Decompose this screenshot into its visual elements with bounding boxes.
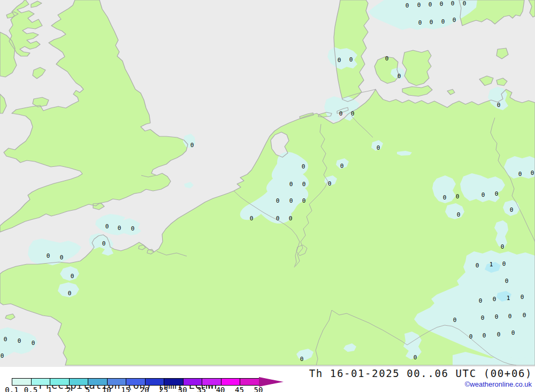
precip-value-label: 0 xyxy=(521,294,524,301)
precip-value-label: 0 xyxy=(302,163,305,170)
precip-value-label: 0 xyxy=(328,180,332,187)
precip-value-label: 0 xyxy=(398,73,401,80)
precip-value-label: 0 xyxy=(18,337,21,344)
precip-value-label: 0 xyxy=(338,57,341,64)
precip-value-label: 0 xyxy=(406,2,409,9)
precip-value-label: 0 xyxy=(510,206,514,213)
precip-value-label: 1 xyxy=(507,295,510,302)
precip-value-label: 0 xyxy=(1,352,4,359)
precip-value-label: 0 xyxy=(441,18,445,25)
legend-color-cell xyxy=(183,379,202,385)
legend-color-cell xyxy=(240,379,259,385)
precip-value-label: 0 xyxy=(118,225,121,232)
precip-value-label: 0 xyxy=(4,336,7,343)
legend-color-cell xyxy=(145,379,164,385)
legend-color-cell xyxy=(69,379,88,385)
precip-value-label: 0 xyxy=(508,313,512,320)
weather-map-page: 0000000000000000000000000000000000000000… xyxy=(0,0,535,392)
precip-value-label: 0 xyxy=(302,181,306,188)
precip-value-label: 0 xyxy=(483,332,486,339)
status-bar: Precipitation (6h)[mm]ECMWF Th 16-01-202… xyxy=(0,367,535,392)
precip-value-label: 0 xyxy=(414,354,417,361)
precip-value-label: 0 xyxy=(289,215,293,222)
precip-value-label: 0 xyxy=(289,181,293,188)
precip-value-label: 0 xyxy=(440,1,444,7)
precip-value-label: 0 xyxy=(502,260,506,267)
precip-value-label: 1 xyxy=(490,261,493,268)
precip-value-label: 0 xyxy=(190,142,194,149)
precip-value-label: 0 xyxy=(457,211,461,218)
precip-value-label: 0 xyxy=(351,110,355,117)
precip-value-label: 0 xyxy=(339,110,343,117)
legend-color-cell xyxy=(31,379,50,385)
legend-tick-label: 5 xyxy=(86,386,90,392)
precip-value-label: 0 xyxy=(481,314,485,321)
precip-value-label: 0 xyxy=(495,313,499,320)
precip-value-label: 0 xyxy=(497,331,501,338)
legend-tick-label: 0.1 xyxy=(5,386,18,392)
legend-color-cell xyxy=(126,379,145,385)
precip-value-label: 0 xyxy=(60,254,64,261)
precip-value-label: 0 xyxy=(102,240,106,247)
precip-value-label: 0 xyxy=(469,333,473,340)
precipitation-map: 0000000000000000000000000000000000000000… xyxy=(0,0,535,367)
precip-value-label: 0 xyxy=(482,191,485,198)
precip-value-label: 0 xyxy=(71,273,74,280)
legend-tick-label: 0.5 xyxy=(24,386,37,392)
precip-value-label: 0 xyxy=(385,55,389,62)
precip-value-label: 0 xyxy=(300,356,304,363)
precip-value-label: 0 xyxy=(68,290,72,297)
precip-value-label: 0 xyxy=(497,102,501,109)
precip-value-label: 0 xyxy=(531,170,534,176)
legend-tick-label: 15 xyxy=(121,386,130,392)
legend-color-cell xyxy=(221,379,240,385)
valid-time-label: Th 16-01-2025 00..06 UTC (00+06) xyxy=(309,367,532,379)
precip-value-label: 0 xyxy=(463,0,467,7)
precip-value-label: 0 xyxy=(131,225,135,232)
legend-tick-label: 1 xyxy=(48,386,52,392)
precip-value-label: 0 xyxy=(523,312,526,319)
precip-value-label: 0 xyxy=(495,190,499,197)
precip-value-label: 0 xyxy=(47,252,50,259)
precip-value-label: 0 xyxy=(276,215,280,222)
precip-value-label: 0 xyxy=(377,144,380,151)
legend-tick-labels: 0.10.5125101520253035404550 xyxy=(12,386,290,392)
precip-value-label: 0 xyxy=(501,243,505,250)
legend-color-cell xyxy=(164,379,183,385)
legend-color-bar xyxy=(12,378,259,386)
legend-color-cell xyxy=(107,379,126,385)
precip-value-label: 0 xyxy=(430,19,433,26)
precip-value-label: 0 xyxy=(505,278,509,285)
legend-color-cell xyxy=(88,379,107,385)
precip-value-label: 0 xyxy=(456,193,460,200)
precip-value-label: 0 xyxy=(276,197,280,204)
precip-value-label: 0 xyxy=(417,2,421,9)
precip-value-label: 0 xyxy=(511,329,515,336)
precip-value-label: 0 xyxy=(453,317,457,324)
precip-value-label: 0 xyxy=(340,163,344,170)
legend-color-cell xyxy=(12,379,31,385)
legend-tick-label: 20 xyxy=(140,386,149,392)
precip-value-label: 0 xyxy=(289,197,293,204)
precip-value-label: 0 xyxy=(479,297,483,304)
legend-color-cell xyxy=(202,379,221,385)
legend xyxy=(12,378,258,385)
legend-tick-label: 50 xyxy=(254,386,263,392)
legend-tick-label: 40 xyxy=(216,386,225,392)
legend-tick-label: 35 xyxy=(197,386,206,392)
precip-value-label: 0 xyxy=(518,171,522,178)
legend-tick-label: 25 xyxy=(159,386,168,392)
precip-value-label: 0 xyxy=(493,296,496,303)
precip-value-label: 0 xyxy=(429,1,432,8)
precip-value-label: 0 xyxy=(349,56,353,63)
precip-value-label: 0 xyxy=(302,197,306,204)
precip-bohemia-west xyxy=(403,332,422,359)
precip-value-label: 0 xyxy=(451,0,455,7)
copyright-link[interactable]: ©weatheronline.co.uk xyxy=(465,380,532,388)
precip-value-label: 0 xyxy=(105,223,109,230)
precip-value-label: 0 xyxy=(418,19,422,26)
legend-tick-label: 30 xyxy=(178,386,187,392)
legend-tick-label: 10 xyxy=(102,386,111,392)
precip-value-label: 0 xyxy=(250,215,254,222)
precip-value-label: 0 xyxy=(443,194,447,201)
